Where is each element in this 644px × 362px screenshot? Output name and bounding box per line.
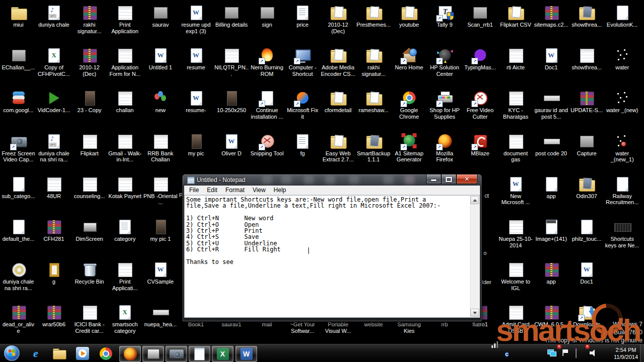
desktop-icon-image-141[interactable]: Image+(141) [534, 218, 569, 242]
tray-network-signal-icon[interactable] [491, 349, 499, 357]
desktop-icon-nuepa-25-10-2014[interactable]: Nuepa 25-10-2014 [498, 218, 533, 248]
desktop-icon-resume-upd-exp1-3[interactable]: Wresume upd exp1 (3) [179, 4, 213, 34]
desktop-icon-my-pic[interactable]: my pic [179, 133, 213, 157]
desktop-icon-freez-screen-video-cap[interactable]: ↗Freez Screen Video Cap... [1, 133, 36, 163]
desktop-icon-category[interactable]: category [108, 218, 142, 242]
tray-green-app-icon[interactable] [519, 349, 527, 357]
desktop-icon-flipkart-csv[interactable]: Flipkart CSV [498, 4, 533, 28]
desktop-icon-tally-9[interactable]: T↗Tally 9 [427, 4, 462, 28]
desktop-icon-hp-solution-center[interactable]: ↗HP Solution Center [427, 47, 462, 77]
desktop-icon-2010-12-dec[interactable]: 2010-12 (Dec) [72, 47, 107, 77]
taskbar-freez-screen-capture[interactable] [166, 346, 187, 362]
desktop-icon-mblaze[interactable]: ↗MBlaze [463, 133, 498, 157]
vertical-scrollbar[interactable] [470, 196, 479, 317]
desktop-icon-app[interactable]: app [534, 261, 569, 285]
taskbar-excel[interactable]: X [212, 346, 233, 362]
desktop-icon-doc1[interactable]: WDoc1 [534, 47, 569, 71]
desktop-icon-cvsample[interactable]: WCVSample [143, 261, 178, 285]
desktop-icon-continue-installation[interactable]: ↗Continue installation ... [250, 89, 284, 120]
desktop-icon-adobe-media-encoder-cs[interactable]: Adobe Media Encoder CS... [320, 47, 355, 77]
desktop-icon-dead-or-alive[interactable]: dead_or_alive [1, 304, 36, 334]
desktop-icon-gaurav-id-and-post-5[interactable]: gaurav id and post 5... [534, 89, 569, 120]
tray-volume-muted-icon[interactable]: ✕ [590, 349, 598, 357]
desktop-icon-doc1[interactable]: WDoc1 [570, 261, 604, 285]
desktop-icon-microsoft-fix-it[interactable]: ↗Microsoft Fix it [285, 89, 320, 120]
desktop-icon-print-application[interactable]: Print Application [108, 4, 142, 34]
desktop-icon-nero-burning-rom[interactable]: ↗Nero Burning ROM [250, 47, 284, 77]
desktop-icon-water-new-1[interactable]: water _(new_1) [605, 133, 639, 163]
desktop-icon-10-250x250[interactable]: 10-250x250 [214, 89, 249, 114]
desktop-icon-cformdetail[interactable]: cformdetail [320, 89, 355, 114]
tray-display-icon[interactable] [547, 349, 555, 357]
desktop-icon-gmail-walk-in-int[interactable]: Gmail - Walk-in-Int... [108, 133, 142, 163]
desktop-icon-new[interactable]: new [143, 89, 178, 114]
desktop-icon-2010-12-dec[interactable]: 2010-12 (Dec) [320, 4, 355, 34]
desktop-icon-cfh281[interactable]: CFH281 [37, 218, 71, 242]
desktop-icon-copy-of-cfhpivotc[interactable]: XCopy of CFHPivotC... [37, 47, 71, 77]
taskbar-mozilla-firefox[interactable] [119, 346, 141, 362]
desktop-icon-duniya-chale[interactable]: ♪MP3duniya chale [37, 4, 71, 28]
desktop-icon-document-gas[interactable]: document gas [498, 133, 533, 163]
menu-view[interactable]: View [249, 186, 270, 195]
desktop-icon-evolutionk[interactable]: EvolutionK... [605, 4, 639, 28]
desktop-icon-miui[interactable]: miui [1, 4, 36, 28]
desktop-icon-shop-for-hp-supplies[interactable]: ↗Shop for HP Supplies [427, 89, 462, 120]
desktop-icon-challan[interactable]: challan [108, 89, 142, 114]
desktop-icon-icici-bank-credit-car[interactable]: ICICI Bank - Credit car... [72, 304, 107, 334]
notepad-text-area[interactable]: Some important Shortcuts keys are:-New w… [186, 197, 469, 316]
taskbar-start-button[interactable] [4, 345, 20, 361]
desktop-icon-app[interactable]: app [534, 175, 569, 200]
desktop-icon-duniya-chale-na-shri-ra[interactable]: duniya chale na shri ra... [1, 261, 36, 291]
desktop-icon-free-video-cutter[interactable]: ↗Free Video Cutter [463, 89, 498, 120]
desktop-icon-pnb-oriental[interactable]: PNB -Oriental ... [143, 175, 178, 206]
desktop-icon-computer-shortcut[interactable]: ↗Computer - Shortcut [285, 47, 320, 77]
scroll-up-button[interactable] [470, 196, 479, 204]
menu-format[interactable]: Format [221, 186, 249, 195]
taskbar-windows-explorer[interactable] [52, 346, 66, 360]
desktop-icon-youtube[interactable]: youtube [392, 4, 427, 28]
desktop-icon-sitemaps-c2[interactable]: sitemaps.c2... [534, 4, 569, 28]
desktop-icon-duniya-chale-na-shri-ra[interactable]: ♪MP3duniya chale na shri ra... [37, 133, 71, 163]
desktop-icon-counseling[interactable]: counseling... [72, 175, 107, 200]
menu-file[interactable]: File [185, 186, 203, 195]
desktop-icon-railway-recruitmen[interactable]: Railway Recruitmen... [605, 175, 639, 206]
tray-blue-c-icon[interactable]: C [505, 349, 513, 357]
desktop-icon-kotak-paynet[interactable]: Kotak Paynet [108, 175, 142, 200]
desktop-icon-sign[interactable]: sign [250, 4, 284, 28]
desktop-icon-showthrea[interactable]: showthrea... [570, 4, 604, 28]
desktop-icon-resume[interactable]: Wresume [179, 47, 213, 71]
close-button[interactable]: ✕ [456, 174, 477, 184]
tray-chrome-icon[interactable] [463, 349, 471, 357]
desktop-icon-billing-details[interactable]: Billing details [214, 4, 249, 28]
maximize-button[interactable] [441, 174, 456, 184]
desktop-icon-my-pic-1[interactable]: my pic 1 [143, 218, 178, 242]
menu-help[interactable]: Help [270, 186, 290, 195]
desktop-icon-shortcuts-keys-are-ne[interactable]: Shortcuts keys are Ne... [605, 218, 639, 248]
desktop-icon-fg[interactable]: fg [285, 133, 320, 157]
tray-bell-icon[interactable] [477, 349, 485, 357]
desktop-icon-sub-catego[interactable]: sub_catego... [1, 175, 36, 200]
desktop-icon-showthrea[interactable]: showthrea... [570, 47, 604, 71]
desktop-icon-rti-aicte[interactable]: rti Aicte [498, 47, 533, 71]
desktop-icon-default-the[interactable]: default_the... [1, 218, 36, 242]
scroll-down-button[interactable] [470, 309, 479, 317]
desktop-icon-a1-sitemap-generator[interactable]: ↗A1 Sitemap Generator [392, 133, 427, 163]
taskbar-word[interactable]: W [235, 346, 257, 362]
taskbar-internet-explorer[interactable]: e [29, 346, 43, 360]
desktop-icon-snipping-tool[interactable]: ↗Snipping Tool [250, 133, 284, 157]
desktop-icon-price[interactable]: price [285, 4, 320, 28]
desktop-icon-recycle-bin[interactable]: Recycle Bin [72, 261, 107, 285]
desktop-icon-rameshaw[interactable]: rameshaw... [356, 89, 391, 114]
desktop-icon-echallan[interactable]: EChallan__... [1, 47, 36, 71]
desktop-icon-capture[interactable]: Capture [570, 133, 604, 157]
desktop-icon-post-code-20[interactable]: post code 20 [534, 133, 569, 157]
desktop-icon-presthemes[interactable]: Presthemes... [356, 4, 391, 28]
desktop-icon-update-s[interactable]: UPDATE-S... [570, 89, 604, 114]
desktop-icon-odin307[interactable]: Odin307 [570, 175, 604, 200]
menu-edit[interactable]: Edit [203, 186, 221, 195]
desktop-icon-smartbackup-1-1-1[interactable]: SmartBackup 1.1.1 [356, 133, 391, 163]
taskbar-windows-media-player[interactable] [75, 346, 90, 360]
desktop-icon-wrar50b6[interactable]: wrar50b6 [37, 304, 71, 328]
desktop-icon-flipkart[interactable]: Flipkart [72, 133, 107, 157]
desktop-icon-nuepa-hea[interactable]: nuepa_hea... [143, 304, 178, 328]
